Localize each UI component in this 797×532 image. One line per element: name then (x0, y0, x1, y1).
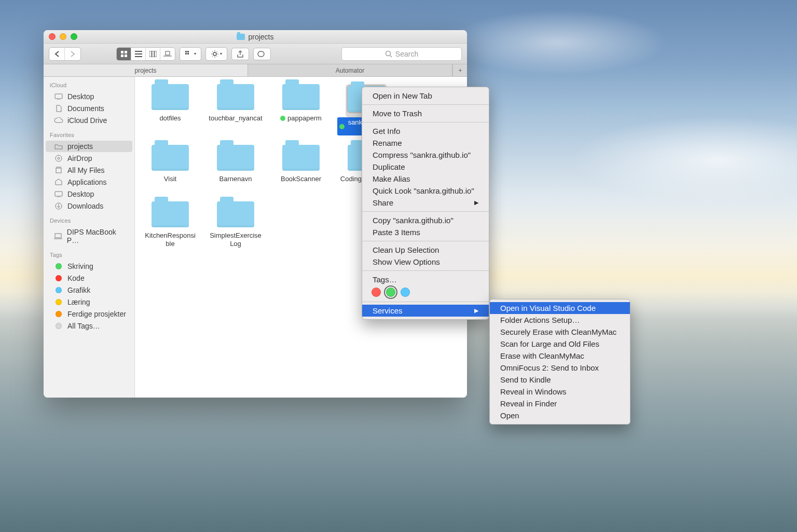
view-columns-icon[interactable] (146, 48, 160, 60)
gear-icon[interactable]: ▾ (206, 48, 227, 60)
menu-item[interactable]: Scan for Large and Old Files (490, 338, 630, 350)
search-icon (385, 50, 392, 58)
services-submenu: Open in Visual Studio CodeFolder Actions… (489, 299, 630, 425)
tags-button[interactable] (253, 48, 271, 60)
menu-item[interactable]: Securely Erase with CleanMyMac (490, 326, 630, 338)
sidebar-item-label: Grafikk (67, 286, 90, 294)
sidebar-item[interactable]: Læring (46, 296, 132, 308)
menu-item-services[interactable]: Services▶ (362, 305, 489, 317)
new-tab-button[interactable]: ＋ (452, 64, 467, 76)
desktop-icon (54, 93, 63, 100)
menu-item[interactable]: Reveal in Windows (490, 386, 630, 398)
menu-item[interactable]: Clean Up Selection (362, 244, 489, 256)
file-item[interactable]: KitchenResponsible (139, 201, 201, 249)
tag-color[interactable] (386, 288, 395, 297)
back-button[interactable] (49, 48, 65, 60)
action-dropdown[interactable]: ▾ (205, 47, 227, 61)
file-item[interactable]: dotfiles (139, 84, 201, 135)
search-input[interactable]: Search (341, 47, 462, 61)
sidebar-item[interactable]: All Tags… (46, 320, 132, 332)
view-icon-grid[interactable] (117, 48, 131, 60)
window-title: projects (237, 33, 273, 41)
menu-item[interactable]: Compress "sankra.github.io" (362, 149, 489, 161)
sidebar-item[interactable]: All My Files (46, 165, 132, 176)
window-controls (49, 33, 77, 40)
titlebar[interactable]: projects (44, 30, 467, 44)
sidebar-item-label: iCloud Drive (67, 116, 107, 125)
sidebar-item[interactable]: Documents (46, 103, 132, 114)
sidebar-item[interactable]: Desktop (46, 188, 132, 200)
sidebar-item[interactable]: Applications (46, 176, 132, 188)
zoom-icon[interactable] (71, 33, 77, 40)
sidebar-item[interactable]: Kode (46, 272, 132, 284)
menu-item[interactable]: OmniFocus 2: Send to Inbox (490, 362, 630, 374)
tag-color[interactable] (372, 288, 381, 297)
file-name: dotfiles (157, 113, 183, 124)
forward-button[interactable] (65, 48, 80, 60)
file-item[interactable]: Barnenavn (204, 145, 267, 192)
menu-item[interactable]: Paste 3 Items (362, 226, 489, 238)
folder-icon (152, 84, 189, 110)
folder-icon (282, 84, 320, 110)
arrange-icon[interactable]: ▾ (180, 48, 201, 60)
sidebar-item-label: Ferdige prosjekter (67, 310, 126, 318)
menu-item[interactable]: Erase with CleanMyMac (490, 350, 630, 362)
file-item[interactable]: SimplestExerciseLog (204, 201, 267, 249)
menu-item[interactable]: Folder Actions Setup… (490, 314, 630, 326)
tab-bar: projects Automator ＋ (44, 64, 467, 77)
menu-item[interactable]: Open in New Tab (362, 90, 489, 102)
svg-point-16 (56, 155, 62, 161)
folder-icon (54, 143, 63, 150)
view-list-icon[interactable] (131, 48, 146, 60)
sidebar-item-label: Læring (67, 298, 90, 306)
menu-item[interactable]: Send to Kindle (490, 374, 630, 386)
menu-item[interactable]: Make Alias (362, 173, 489, 185)
tab-automator[interactable]: Automator (248, 64, 452, 76)
menu-item[interactable]: Show View Options (362, 256, 489, 268)
svg-rect-15 (55, 94, 62, 99)
file-item[interactable]: Visit (139, 145, 201, 192)
arrange-dropdown[interactable]: ▾ (180, 47, 201, 61)
file-name: SimplestExerciseLog (207, 230, 265, 249)
menu-item[interactable]: Open in Visual Studio Code (490, 302, 630, 314)
sidebar-item[interactable]: Desktop (46, 91, 132, 102)
sidebar-item-label: Documents (67, 104, 104, 113)
folder-icon (217, 145, 254, 171)
menu-item[interactable]: Quick Look "sankra.github.io" (362, 185, 489, 197)
menu-item[interactable]: Rename (362, 137, 489, 149)
menu-item[interactable]: Reveal in Finder (490, 398, 630, 410)
sidebar-item[interactable]: iCloud Drive (46, 115, 132, 126)
menu-item[interactable]: Share▶ (362, 197, 489, 209)
sidebar-item[interactable]: projects (46, 141, 132, 152)
menu-item[interactable]: Copy "sankra.github.io" (362, 214, 489, 226)
file-item[interactable]: touchbar_nyancat (204, 84, 267, 135)
svg-rect-8 (185, 51, 187, 52)
tab-projects[interactable]: projects (44, 64, 248, 76)
minimize-icon[interactable] (60, 33, 66, 40)
menu-item[interactable]: Duplicate (362, 161, 489, 173)
svg-point-12 (213, 52, 216, 56)
menu-item[interactable]: Open (490, 410, 630, 421)
folder-icon (152, 201, 189, 227)
file-name: pappaperm (278, 113, 324, 124)
menu-item[interactable]: Get Info (362, 125, 489, 137)
sidebar-item[interactable]: Downloads (46, 200, 132, 212)
sidebar-item-label: Kode (67, 274, 85, 282)
sidebar-item[interactable]: Ferdige prosjekter (46, 308, 132, 320)
folder-icon (217, 201, 254, 227)
file-name: BookScanner (279, 174, 323, 184)
menu-item[interactable]: Tags… (362, 274, 489, 285)
tag-color[interactable] (401, 288, 410, 297)
file-item[interactable]: BookScanner (270, 145, 332, 192)
share-button[interactable] (231, 48, 249, 60)
sidebar-item-label: All My Files (67, 166, 105, 174)
sidebar-item[interactable]: Grafikk (46, 284, 132, 296)
close-icon[interactable] (49, 33, 56, 40)
sidebar-item[interactable]: AirDrop (46, 153, 132, 164)
view-coverflow-icon[interactable] (160, 48, 175, 60)
sidebar-item[interactable]: DIPS MacBook P… (46, 226, 132, 246)
menu-item[interactable]: Move to Trash (362, 107, 489, 119)
svg-rect-5 (152, 51, 154, 57)
file-item[interactable]: pappaperm (270, 84, 332, 135)
sidebar-item[interactable]: Skriving (46, 261, 132, 272)
